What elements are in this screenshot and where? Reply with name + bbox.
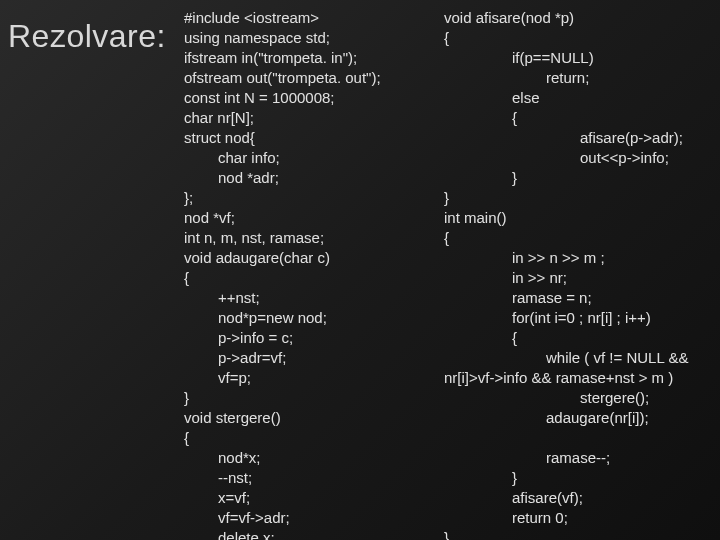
code-line: out<<p->info; [444, 148, 716, 168]
slide-title: Rezolvare: [8, 18, 184, 55]
code-line: void adaugare(char c) [184, 248, 444, 268]
code-line: afisare(vf); [444, 488, 716, 508]
code-column-left: #include <iostream>using namespace std;i… [184, 8, 444, 532]
code-line: p->info = c; [184, 328, 444, 348]
code-line: { [184, 428, 444, 448]
code-line: return; [444, 68, 716, 88]
code-line: nod *adr; [184, 168, 444, 188]
title-column: Rezolvare: [4, 8, 184, 532]
code-line: ofstream out("trompeta. out"); [184, 68, 444, 88]
code-line: ramase--; [444, 448, 716, 468]
code-line: ifstream in("trompeta. in"); [184, 48, 444, 68]
code-line: }; [184, 188, 444, 208]
code-line: stergere(); [444, 388, 716, 408]
code-column-right: void afisare(nod *p){if(p==NULL)return;e… [444, 8, 716, 532]
code-line: } [184, 388, 444, 408]
code-line: nod *vf; [184, 208, 444, 228]
code-line: ++nst; [184, 288, 444, 308]
code-line: in >> nr; [444, 268, 716, 288]
code-line: { [444, 228, 716, 248]
code-line: x=vf; [184, 488, 444, 508]
code-container: #include <iostream>using namespace std;i… [184, 8, 716, 532]
code-line: adaugare(nr[i]); [444, 408, 716, 428]
code-line: { [184, 268, 444, 288]
code-line: #include <iostream> [184, 8, 444, 28]
code-line: } [444, 188, 716, 208]
slide-container: Rezolvare: #include <iostream>using name… [0, 0, 720, 540]
code-line [444, 428, 716, 448]
code-line: for(int i=0 ; nr[i] ; i++) [444, 308, 716, 328]
code-line: delete x; [184, 528, 444, 540]
code-line: nr[i]>vf->info && ramase+nst > m ) [444, 368, 716, 388]
code-line: vf=vf->adr; [184, 508, 444, 528]
code-line: nod*p=new nod; [184, 308, 444, 328]
code-line: int main() [444, 208, 716, 228]
code-line: char nr[N]; [184, 108, 444, 128]
code-line: else [444, 88, 716, 108]
code-line: char info; [184, 148, 444, 168]
code-line: using namespace std; [184, 28, 444, 48]
code-line: p->adr=vf; [184, 348, 444, 368]
code-line: in >> n >> m ; [444, 248, 716, 268]
code-line: --nst; [184, 468, 444, 488]
code-line: void afisare(nod *p) [444, 8, 716, 28]
code-line: return 0; [444, 508, 716, 528]
code-line: ramase = n; [444, 288, 716, 308]
code-line: while ( vf != NULL && [444, 348, 716, 368]
code-line: { [444, 28, 716, 48]
code-line: vf=p; [184, 368, 444, 388]
code-line: struct nod{ [184, 128, 444, 148]
code-line: { [444, 328, 716, 348]
code-line: } [444, 468, 716, 488]
code-line: } [444, 168, 716, 188]
code-line: const int N = 1000008; [184, 88, 444, 108]
code-line: } [444, 528, 716, 540]
code-line: int n, m, nst, ramase; [184, 228, 444, 248]
code-line: nod*x; [184, 448, 444, 468]
code-line: if(p==NULL) [444, 48, 716, 68]
code-line: { [444, 108, 716, 128]
code-line: void stergere() [184, 408, 444, 428]
code-line: afisare(p->adr); [444, 128, 716, 148]
